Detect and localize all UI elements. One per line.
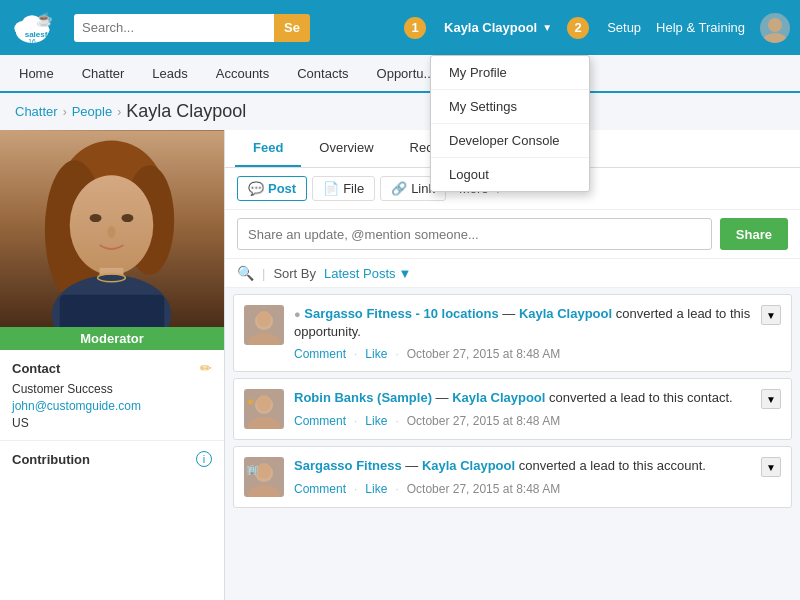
nav-chatter[interactable]: Chatter <box>68 54 139 92</box>
search-button[interactable]: Se <box>274 14 310 42</box>
link-icon: 🔗 <box>391 181 407 196</box>
svg-point-13 <box>70 175 154 275</box>
feed-avatar-1 <box>244 305 284 345</box>
like-link-1[interactable]: Like <box>365 347 387 361</box>
step2-badge: 2 <box>567 17 589 39</box>
svg-point-15 <box>121 214 133 222</box>
right-panel: Feed Overview Recognition 💬 Post 📄 File … <box>225 130 800 600</box>
svg-point-16 <box>108 226 116 238</box>
contribution-title: Contribution <box>12 452 90 467</box>
breadcrumb-people-link[interactable]: People <box>72 104 112 119</box>
dot-3: · <box>354 414 357 428</box>
tab-feed[interactable]: Feed <box>235 130 301 167</box>
feed-avatar-2: ★ <box>244 389 284 429</box>
svg-point-33 <box>257 463 271 479</box>
share-input[interactable] <box>237 218 712 250</box>
dot-5: · <box>354 482 357 496</box>
salesforce-logo: salesforce ☕ 16 <box>10 6 54 50</box>
feed-dropdown-3[interactable]: ▼ <box>761 457 781 477</box>
logout-item[interactable]: Logout <box>431 158 589 191</box>
sort-caret-icon: ▼ <box>399 266 412 281</box>
comment-link-3[interactable]: Comment <box>294 482 346 496</box>
sort-by-label: Sort By <box>273 266 316 281</box>
feed-link-1[interactable]: Sargasso Fitness - 10 locations <box>304 306 498 321</box>
sort-search-icon: 🔍 <box>237 265 254 281</box>
my-profile-item[interactable]: My Profile <box>431 56 589 90</box>
comment-link-1[interactable]: Comment <box>294 347 346 361</box>
timestamp-2: October 27, 2015 at 8:48 AM <box>407 414 560 428</box>
share-button[interactable]: Share <box>720 218 788 250</box>
svg-point-8 <box>763 33 787 43</box>
feed-dropdown-1[interactable]: ▼ <box>761 305 781 325</box>
dot-6: · <box>395 482 398 496</box>
feed-dropdown-2[interactable]: ▼ <box>761 389 781 409</box>
left-panel: Moderator Contact ✏ Customer Success joh… <box>0 130 225 600</box>
setup-link[interactable]: Setup <box>607 20 641 35</box>
contribution-info-icon[interactable]: i <box>196 451 212 467</box>
developer-console-item[interactable]: Developer Console <box>431 124 589 158</box>
header-right: 1 Kayla Claypool ▼ 2 Setup Help & Traini… <box>404 13 790 43</box>
sort-separator: | <box>262 266 265 281</box>
feed-content-2: Robin Banks (Sample) — Kayla Claypool co… <box>294 389 751 429</box>
dot-1: · <box>354 347 357 361</box>
dot-2: · <box>395 347 398 361</box>
file-button[interactable]: 📄 File <box>312 176 375 201</box>
breadcrumb-sep1: › <box>63 105 67 119</box>
user-menu-caret: ▼ <box>542 22 552 33</box>
contact-section: Contact ✏ Customer Success john@customgu… <box>0 350 224 441</box>
tab-overview[interactable]: Overview <box>301 130 391 167</box>
my-settings-item[interactable]: My Settings <box>431 90 589 124</box>
nav-accounts[interactable]: Accounts <box>202 54 283 92</box>
nav-home[interactable]: Home <box>5 54 68 92</box>
svg-text:16: 16 <box>28 38 36 45</box>
user-menu-trigger[interactable]: Kayla Claypool ▼ <box>444 20 552 35</box>
contact-edit-icon[interactable]: ✏ <box>200 360 212 376</box>
feed-text-3: Sargasso Fitness — Kayla Claypool conver… <box>294 457 751 475</box>
sort-bar: 🔍 | Sort By Latest Posts ▼ <box>225 259 800 288</box>
feed-item-2: ★ Robin Banks (Sample) — Kayla Claypool … <box>233 378 792 440</box>
search-input[interactable] <box>74 14 274 42</box>
main-content: Moderator Contact ✏ Customer Success joh… <box>0 130 800 600</box>
nav-leads[interactable]: Leads <box>138 54 201 92</box>
feed-action-3: converted a lead to this account. <box>519 458 706 473</box>
help-training-link[interactable]: Help & Training <box>656 20 745 35</box>
like-link-3[interactable]: Like <box>365 482 387 496</box>
feed-link-3[interactable]: Sargasso Fitness <box>294 458 402 473</box>
feed-by-1[interactable]: Kayla Claypool <box>519 306 612 321</box>
nav-contacts[interactable]: Contacts <box>283 54 362 92</box>
sort-select[interactable]: Latest Posts ▼ <box>324 266 411 281</box>
comment-link-2[interactable]: Comment <box>294 414 346 428</box>
feed-link-2[interactable]: Robin Banks (Sample) <box>294 390 432 405</box>
file-icon: 📄 <box>323 181 339 196</box>
breadcrumb: Chatter › People › Kayla Claypool <box>0 93 800 130</box>
contact-title: Contact <box>12 361 60 376</box>
contribution-header: Contribution i <box>12 451 212 467</box>
search-area: Se <box>74 14 394 42</box>
profile-photo: Moderator <box>0 130 224 350</box>
breadcrumb-chatter-link[interactable]: Chatter <box>15 104 58 119</box>
navbar: Home Chatter Leads Accounts Contacts Opp… <box>0 55 800 93</box>
svg-text:☕: ☕ <box>36 10 53 27</box>
feed-meta-2: Comment · Like · October 27, 2015 at 8:4… <box>294 414 751 428</box>
timestamp-3: October 27, 2015 at 8:48 AM <box>407 482 560 496</box>
feed-dash-1: — <box>502 306 519 321</box>
feed-meta-3: Comment · Like · October 27, 2015 at 8:4… <box>294 482 751 496</box>
post-button[interactable]: 💬 Post <box>237 176 307 201</box>
post-label: Post <box>268 181 296 196</box>
svg-point-24 <box>257 311 271 327</box>
header: salesforce ☕ 16 Se 1 Kayla Claypool ▼ 2 … <box>0 0 800 55</box>
like-link-2[interactable]: Like <box>365 414 387 428</box>
contact-email[interactable]: john@customguide.com <box>12 399 212 413</box>
profile-image <box>0 130 224 350</box>
feed-by-3[interactable]: Kayla Claypool <box>422 458 515 473</box>
svg-point-14 <box>90 214 102 222</box>
feed-icon-1: ● <box>294 308 301 320</box>
feed-meta-1: Comment · Like · October 27, 2015 at 8:4… <box>294 347 751 361</box>
feed-dash-2: — <box>436 390 453 405</box>
user-dropdown-menu: My Profile My Settings Developer Console… <box>430 55 590 192</box>
feed-by-2[interactable]: Kayla Claypool <box>452 390 545 405</box>
feed-dash-3: — <box>405 458 422 473</box>
file-label: File <box>343 181 364 196</box>
feed-content-1: ● Sargasso Fitness - 10 locations — Kayl… <box>294 305 751 361</box>
user-name-label: Kayla Claypool <box>444 20 537 35</box>
